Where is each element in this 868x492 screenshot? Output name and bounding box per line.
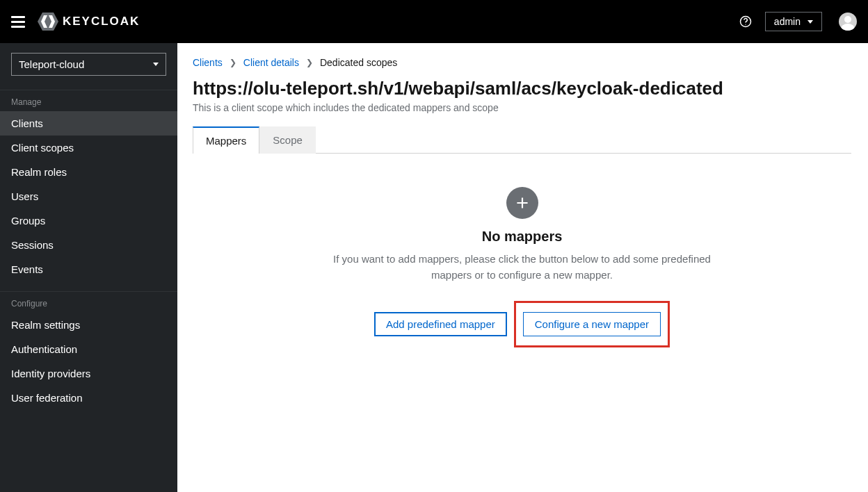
add-predefined-mapper-button[interactable]: Add predefined mapper bbox=[374, 312, 507, 336]
hamburger-menu-icon[interactable] bbox=[11, 16, 25, 28]
empty-state-title: No mappers bbox=[482, 229, 563, 245]
tab-mappers[interactable]: Mappers bbox=[193, 126, 259, 154]
sidebar-section-manage: Manage bbox=[0, 90, 177, 111]
breadcrumb-clients[interactable]: Clients bbox=[193, 57, 223, 68]
tabs: Mappers Scope bbox=[193, 126, 851, 154]
realm-selector[interactable]: Teleport-cloud bbox=[11, 53, 166, 76]
sidebar: Teleport-cloud Manage Clients Client sco… bbox=[0, 43, 177, 492]
sidebar-item-client-scopes[interactable]: Client scopes bbox=[0, 136, 177, 160]
breadcrumb: Clients ❯ Client details ❯ Dedicated sco… bbox=[193, 57, 851, 68]
highlight-annotation: Configure a new mapper bbox=[514, 301, 670, 347]
sidebar-item-users[interactable]: Users bbox=[0, 184, 177, 208]
user-menu-label: admin bbox=[774, 16, 801, 27]
page-description: This is a client scope which includes th… bbox=[193, 102, 851, 113]
topbar: KEYCLOAK admin bbox=[0, 0, 868, 43]
sidebar-item-realm-roles[interactable]: Realm roles bbox=[0, 160, 177, 184]
brand-logo[interactable]: KEYCLOAK bbox=[38, 13, 140, 31]
chevron-down-icon bbox=[807, 20, 813, 24]
brand-text: KEYCLOAK bbox=[63, 15, 140, 28]
sidebar-item-events[interactable]: Events bbox=[0, 257, 177, 281]
chevron-right-icon: ❯ bbox=[230, 58, 236, 67]
main-content: Clients ❯ Client details ❯ Dedicated sco… bbox=[177, 43, 868, 492]
sidebar-item-clients[interactable]: Clients bbox=[0, 111, 177, 136]
breadcrumb-current: Dedicated scopes bbox=[320, 57, 397, 68]
sidebar-item-sessions[interactable]: Sessions bbox=[0, 233, 177, 257]
realm-selector-value: Teleport-cloud bbox=[19, 58, 84, 70]
empty-state: No mappers If you want to add mappers, p… bbox=[193, 187, 851, 347]
keycloak-icon bbox=[38, 13, 58, 31]
empty-state-description: If you want to add mappers, please click… bbox=[328, 252, 717, 283]
chevron-right-icon: ❯ bbox=[306, 58, 313, 67]
plus-circle-icon bbox=[506, 187, 538, 219]
chevron-down-icon bbox=[153, 63, 159, 66]
sidebar-section-configure: Configure bbox=[0, 291, 177, 313]
sidebar-item-user-federation[interactable]: User federation bbox=[0, 386, 177, 410]
breadcrumb-client-details[interactable]: Client details bbox=[243, 57, 299, 68]
sidebar-item-groups[interactable]: Groups bbox=[0, 208, 177, 233]
sidebar-item-identity-providers[interactable]: Identity providers bbox=[0, 361, 177, 386]
svg-point-4 bbox=[745, 24, 746, 25]
help-icon[interactable] bbox=[739, 15, 753, 28]
page-title: https://olu-teleport.sh/v1/webapi/saml/a… bbox=[193, 78, 851, 99]
svg-marker-0 bbox=[38, 13, 58, 31]
sidebar-item-realm-settings[interactable]: Realm settings bbox=[0, 313, 177, 337]
configure-new-mapper-button[interactable]: Configure a new mapper bbox=[523, 312, 661, 336]
tab-scope[interactable]: Scope bbox=[259, 126, 316, 154]
sidebar-item-authentication[interactable]: Authentication bbox=[0, 337, 177, 361]
avatar[interactable] bbox=[839, 13, 857, 31]
user-menu[interactable]: admin bbox=[765, 12, 822, 31]
